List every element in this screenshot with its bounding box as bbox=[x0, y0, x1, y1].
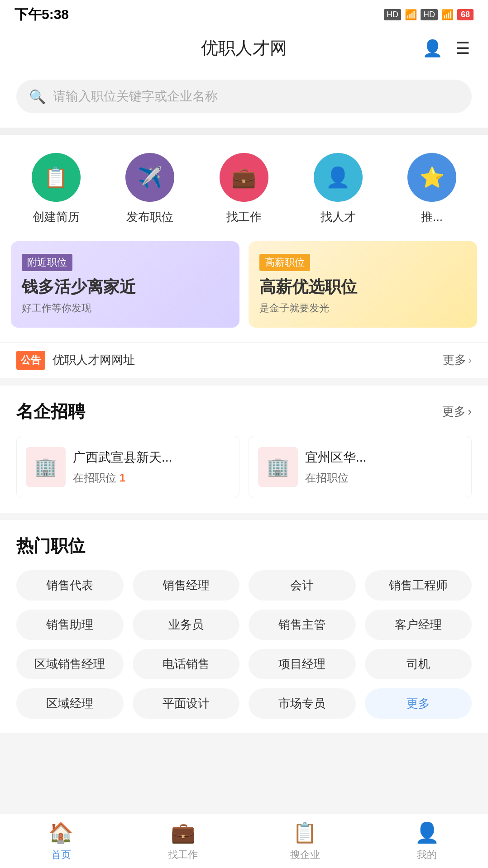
banner-nearby-main: 钱多活少离家近 bbox=[22, 277, 229, 298]
announcement-more-label: 更多 bbox=[443, 352, 466, 368]
header-icons: 👤 ☰ bbox=[422, 39, 470, 58]
quick-item-find-job[interactable]: 💼 找工作 bbox=[197, 153, 291, 225]
hot-job-10[interactable]: 项目经理 bbox=[249, 649, 356, 679]
quick-actions: 📋 创建简历 ✈️ 发布职位 💼 找工作 👤 找人才 ⭐ 推... bbox=[0, 135, 488, 241]
search-bar[interactable]: 🔍 请输入职位关键字或企业名称 bbox=[16, 80, 472, 113]
hot-jobs-section: 热门职位 销售代表 销售经理 会计 销售工程师 销售助理 业务员 销售主管 客户… bbox=[0, 520, 488, 733]
hot-job-13[interactable]: 平面设计 bbox=[133, 688, 240, 719]
banner-nearby-sub: 好工作等你发现 bbox=[22, 301, 229, 315]
menu-icon[interactable]: ☰ bbox=[455, 39, 470, 58]
featured-companies-chevron: › bbox=[468, 405, 472, 419]
home-nav-label: 首页 bbox=[51, 848, 71, 862]
company-logo-0: 🏢 bbox=[26, 447, 66, 487]
hot-job-4[interactable]: 销售助理 bbox=[16, 610, 124, 640]
company-jobs-0: 在招职位 1 bbox=[73, 471, 230, 485]
company-card-1[interactable]: 🏢 宜州区华... 在招职位 bbox=[249, 436, 472, 498]
hot-job-0[interactable]: 销售代表 bbox=[16, 570, 124, 601]
search-icon: 🔍 bbox=[29, 89, 46, 105]
banner-nearby[interactable]: 附近职位 钱多活少离家近 好工作等你发现 bbox=[11, 241, 239, 328]
featured-companies-header: 名企招聘 更多 › bbox=[16, 400, 472, 423]
hot-jobs-grid: 销售代表 销售经理 会计 销售工程师 销售助理 业务员 销售主管 客户经理 区域… bbox=[16, 570, 472, 719]
hot-job-9[interactable]: 电话销售 bbox=[133, 649, 240, 679]
resume-label: 创建简历 bbox=[33, 209, 80, 225]
header-title: 优职人才网 bbox=[201, 37, 287, 60]
find-job-nav-label: 找工作 bbox=[168, 848, 198, 862]
announcement-chevron: › bbox=[468, 354, 472, 367]
hot-job-3[interactable]: 销售工程师 bbox=[365, 570, 472, 601]
featured-companies-more[interactable]: 更多 › bbox=[442, 404, 472, 420]
nav-home[interactable]: 🏠 首页 bbox=[0, 814, 122, 868]
company-info-1: 宜州区华... 在招职位 bbox=[305, 449, 462, 485]
header: 优职人才网 👤 ☰ bbox=[0, 28, 488, 71]
announcement-bar: 公告 优职人才网网址 更多 › bbox=[0, 342, 488, 378]
more-action-label: 推... bbox=[421, 209, 443, 225]
find-job-icon-circle: 💼 bbox=[220, 153, 268, 202]
resume-icon-circle: 📋 bbox=[32, 153, 81, 202]
banner-highsalary[interactable]: 高薪职位 高薪优选职位 是金子就要发光 bbox=[249, 241, 477, 328]
featured-companies-section: 名企招聘 更多 › 🏢 广西武宣县新天... 在招职位 1 🏢 宜州区华... … bbox=[0, 386, 488, 513]
hd-icon: HD bbox=[384, 9, 401, 20]
hot-job-6[interactable]: 销售主管 bbox=[249, 610, 356, 640]
nav-mine[interactable]: 👤 我的 bbox=[366, 814, 488, 868]
quick-item-find-talent[interactable]: 👤 找人才 bbox=[291, 153, 385, 225]
mine-nav-label: 我的 bbox=[417, 848, 437, 862]
hot-job-1[interactable]: 销售经理 bbox=[133, 570, 240, 601]
announcement-text: 优职人才网网址 bbox=[53, 352, 435, 368]
4g-signal: 📶 bbox=[441, 9, 454, 21]
announcement-more-button[interactable]: 更多 › bbox=[443, 352, 472, 368]
bottom-spacer bbox=[0, 733, 488, 796]
search-section: 🔍 请输入职位关键字或企业名称 bbox=[0, 71, 488, 128]
status-time: 下午5:38 bbox=[14, 5, 69, 24]
status-icons: HD 📶 HD 📶 68 bbox=[384, 9, 474, 21]
nav-search-company[interactable]: 📋 搜企业 bbox=[244, 814, 366, 868]
user-icon[interactable]: 👤 bbox=[422, 39, 443, 58]
post-job-label: 发布职位 bbox=[126, 209, 173, 225]
quick-item-more[interactable]: ⭐ 推... bbox=[385, 153, 479, 225]
more-action-icon-circle: ⭐ bbox=[407, 153, 456, 202]
company-cards: 🏢 广西武宣县新天... 在招职位 1 🏢 宜州区华... 在招职位 bbox=[16, 436, 472, 498]
announcement-icon: 公告 bbox=[16, 351, 45, 370]
home-nav-icon: 🏠 bbox=[48, 821, 73, 844]
hot-job-more[interactable]: 更多 bbox=[365, 688, 472, 719]
mine-nav-icon: 👤 bbox=[415, 821, 440, 844]
find-talent-label: 找人才 bbox=[321, 209, 356, 225]
hd-icon2: HD bbox=[421, 9, 438, 20]
banner-highsalary-main: 高薪优选职位 bbox=[259, 277, 466, 298]
find-job-label: 找工作 bbox=[226, 209, 262, 225]
banner-highsalary-tag: 高薪职位 bbox=[259, 254, 310, 271]
hot-jobs-title: 热门职位 bbox=[16, 534, 85, 558]
bottom-nav: 🏠 首页 💼 找工作 📋 搜企业 👤 我的 bbox=[0, 814, 488, 868]
company-info-0: 广西武宣县新天... 在招职位 1 bbox=[73, 449, 230, 485]
hot-job-2[interactable]: 会计 bbox=[249, 570, 356, 601]
quick-item-resume[interactable]: 📋 创建简历 bbox=[9, 153, 103, 225]
find-job-nav-icon: 💼 bbox=[171, 821, 196, 844]
search-company-nav-label: 搜企业 bbox=[290, 848, 320, 862]
hot-job-8[interactable]: 区域销售经理 bbox=[16, 649, 124, 679]
featured-companies-title: 名企招聘 bbox=[16, 400, 85, 423]
company-card-0[interactable]: 🏢 广西武宣县新天... 在招职位 1 bbox=[16, 436, 239, 498]
nav-find-job[interactable]: 💼 找工作 bbox=[122, 814, 244, 868]
divider-1 bbox=[0, 128, 488, 135]
company-jobs-1: 在招职位 bbox=[305, 471, 462, 485]
status-bar: 下午5:38 HD 📶 HD 📶 68 bbox=[0, 0, 488, 28]
company-name-1: 宜州区华... bbox=[305, 449, 462, 466]
banner-highsalary-sub: 是金子就要发光 bbox=[259, 301, 466, 315]
company-name-0: 广西武宣县新天... bbox=[73, 449, 230, 466]
hot-job-11[interactable]: 司机 bbox=[365, 649, 472, 679]
battery: 68 bbox=[457, 9, 474, 20]
post-job-icon: ✈️ bbox=[138, 166, 163, 189]
hot-job-14[interactable]: 市场专员 bbox=[249, 688, 356, 719]
quick-item-post-job[interactable]: ✈️ 发布职位 bbox=[103, 153, 197, 225]
hot-job-5[interactable]: 业务员 bbox=[133, 610, 240, 640]
hot-job-12[interactable]: 区域经理 bbox=[16, 688, 124, 719]
banner-section: 附近职位 钱多活少离家近 好工作等你发现 高薪职位 高薪优选职位 是金子就要发光 bbox=[0, 241, 488, 342]
hot-job-7[interactable]: 客户经理 bbox=[365, 610, 472, 640]
more-action-icon: ⭐ bbox=[420, 166, 445, 189]
5g-signal: 📶 bbox=[405, 9, 417, 21]
find-talent-icon-circle: 👤 bbox=[314, 153, 363, 202]
hot-jobs-header: 热门职位 bbox=[16, 534, 472, 558]
post-job-icon-circle: ✈️ bbox=[125, 153, 174, 202]
banner-nearby-tag: 附近职位 bbox=[22, 254, 72, 271]
find-job-icon: 💼 bbox=[231, 166, 256, 189]
resume-icon: 📋 bbox=[43, 166, 68, 189]
